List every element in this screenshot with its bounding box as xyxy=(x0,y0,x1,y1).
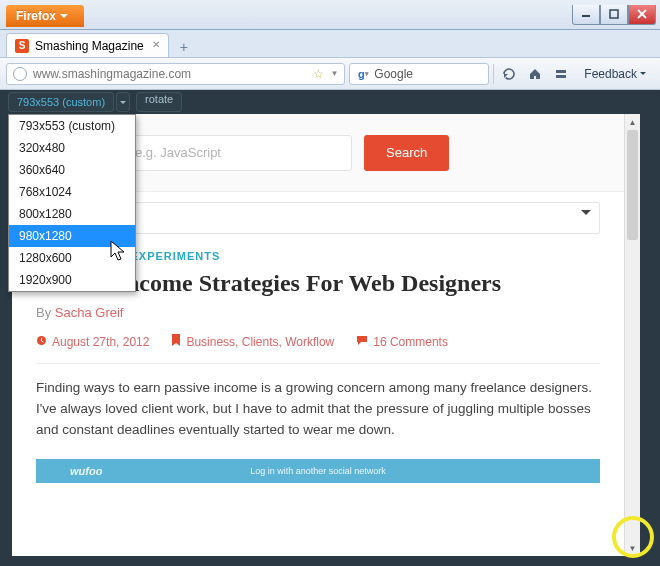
article-byline: By Sacha Greif xyxy=(36,305,600,320)
url-dropdown-icon[interactable]: ▼ xyxy=(330,69,338,78)
preset-option[interactable]: 793x553 (custom) xyxy=(9,115,135,137)
navbar: www.smashingmagazine.com ☆ ▼ g▾ Google F… xyxy=(0,58,660,90)
clock-icon xyxy=(36,335,47,349)
rotate-label: rotate xyxy=(145,93,173,105)
search-input[interactable]: g▾ Google xyxy=(349,63,489,85)
tab-close-icon[interactable]: ✕ xyxy=(150,39,162,51)
minimize-button[interactable] xyxy=(572,5,600,25)
bookmark-icon xyxy=(171,334,181,349)
preset-option[interactable]: 800x1280 xyxy=(9,203,135,225)
url-text: www.smashingmagazine.com xyxy=(33,67,191,81)
rotate-button[interactable]: rotate xyxy=(136,92,182,112)
preset-option[interactable]: 360x640 xyxy=(9,159,135,181)
globe-icon xyxy=(13,67,27,81)
new-tab-button[interactable]: + xyxy=(173,37,195,57)
url-input[interactable]: www.smashingmagazine.com ☆ ▼ xyxy=(6,63,345,85)
home-button[interactable] xyxy=(524,63,546,85)
preset-option[interactable]: 1920x900 xyxy=(9,269,135,291)
tabstrip: S Smashing Magazine ✕ + xyxy=(0,30,660,58)
svg-rect-4 xyxy=(556,70,566,73)
window-controls xyxy=(572,5,660,25)
preset-option[interactable]: 768x1024 xyxy=(9,181,135,203)
scroll-down-icon[interactable]: ▼ xyxy=(625,540,640,556)
article-categories[interactable]: Business, Clients, Workflow xyxy=(186,335,334,349)
preset-selected-label: 793x553 (custom) xyxy=(17,96,105,108)
smashing-favicon: S xyxy=(15,39,29,53)
article-date: August 27th, 2012 xyxy=(52,335,149,349)
preset-dropdown-menu: 793x553 (custom)320x480360x640768x102480… xyxy=(8,114,136,292)
maximize-button[interactable] xyxy=(600,5,628,25)
preset-dropdown-icon[interactable] xyxy=(116,92,130,112)
responsive-design-view: 793x553 (custom) rotate 793x553 (custom)… xyxy=(0,90,660,566)
wufoo-banner[interactable]: wufoo Log in with another social network xyxy=(36,459,600,483)
svg-rect-5 xyxy=(556,75,566,78)
wufoo-text: Log in with another social network xyxy=(250,466,386,476)
search-placeholder: Google xyxy=(374,67,413,81)
article-body: Finding ways to earn passive income is a… xyxy=(36,378,600,441)
google-icon: g▾ xyxy=(356,67,370,81)
by-prefix: By xyxy=(36,305,55,320)
tab-title: Smashing Magazine xyxy=(35,39,144,53)
bookmark-star-icon[interactable]: ☆ xyxy=(313,67,324,81)
mouse-cursor-icon xyxy=(110,240,130,264)
comment-icon xyxy=(356,335,368,349)
preset-selector[interactable]: 793x553 (custom) xyxy=(8,92,114,112)
author-link[interactable]: Sacha Greif xyxy=(55,305,124,320)
viewport-scrollbar[interactable]: ▲ ▼ xyxy=(624,114,640,556)
reload-button[interactable] xyxy=(498,63,520,85)
feedback-button[interactable]: Feedback xyxy=(576,67,654,81)
site-search-button-label: Search xyxy=(386,145,427,160)
scroll-up-icon[interactable]: ▲ xyxy=(625,114,640,130)
bookmarks-button[interactable] xyxy=(550,63,572,85)
svg-rect-1 xyxy=(610,10,618,18)
chevron-down-icon xyxy=(581,210,591,220)
site-search-input[interactable]: e.g. JavaScript xyxy=(122,135,352,171)
close-button[interactable] xyxy=(628,5,656,25)
browser-tab[interactable]: S Smashing Magazine ✕ xyxy=(6,33,169,57)
scrollbar-thumb[interactable] xyxy=(627,130,638,240)
firefox-menu-label: Firefox xyxy=(16,9,56,23)
site-search-button[interactable]: Search xyxy=(364,135,449,171)
firefox-menu-button[interactable]: Firefox xyxy=(6,5,84,27)
site-search-placeholder: e.g. JavaScript xyxy=(135,145,221,160)
window-titlebar: Firefox xyxy=(0,0,660,30)
feedback-label: Feedback xyxy=(584,67,637,81)
wufoo-brand: wufoo xyxy=(70,465,102,477)
article-comments[interactable]: 16 Comments xyxy=(373,335,448,349)
responsive-toolbar: 793x553 (custom) rotate xyxy=(0,90,660,114)
article-meta: August 27th, 2012 Business, Clients, Wor… xyxy=(36,334,600,364)
preset-option[interactable]: 320x480 xyxy=(9,137,135,159)
